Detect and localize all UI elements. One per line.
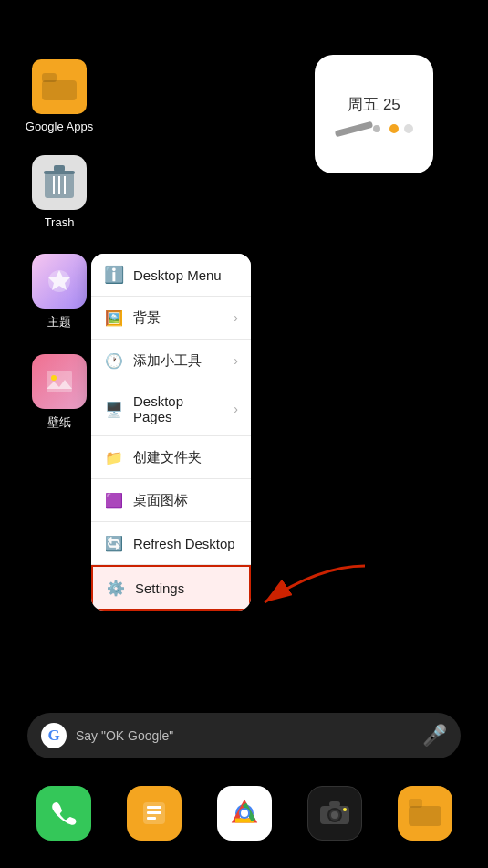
google-apps-label: Google Apps (26, 120, 93, 133)
menu-item-desktop-menu[interactable]: ℹ️ Desktop Menu (91, 254, 251, 297)
arrow-icon-add-widget: › (234, 353, 238, 368)
calendar-date: 周五 25 (348, 94, 400, 115)
menu-item-background[interactable]: 🖼️ 背景 › (91, 297, 251, 340)
arrow-annotation (155, 557, 374, 630)
wallpaper-icon-container[interactable]: 壁纸 (18, 354, 100, 431)
menu-label-desktop-icon: 桌面图标 (133, 492, 238, 509)
svg-rect-15 (147, 817, 156, 820)
dock (18, 777, 470, 850)
menu-item-desktop-pages[interactable]: 🖥️ Desktop Pages › (91, 382, 251, 436)
svg-rect-0 (42, 80, 77, 100)
menu-label-create-folder: 创建文件夹 (133, 449, 238, 466)
dock-marker-icon[interactable] (127, 786, 182, 841)
dock-phone-icon[interactable] (36, 786, 91, 841)
trash-label: Trash (45, 215, 75, 229)
svg-point-20 (241, 810, 248, 817)
google-logo: G (41, 723, 67, 748)
menu-item-desktop-icon[interactable]: 🟪 桌面图标 (91, 479, 251, 522)
google-apps-icon[interactable]: Google Apps (18, 59, 100, 133)
menu-item-create-folder[interactable]: 📁 创建文件夹 (91, 436, 251, 479)
dock-files-icon[interactable] (398, 786, 452, 841)
dock-chrome-icon[interactable] (217, 786, 272, 841)
svg-rect-4 (54, 165, 65, 172)
search-placeholder: Say "OK Google" (76, 728, 413, 743)
svg-rect-28 (409, 799, 422, 808)
menu-label-background: 背景 (133, 309, 224, 327)
dock-camera-icon[interactable] (307, 786, 362, 841)
menu-label-refresh: Refresh Desktop (133, 536, 238, 551)
svg-rect-27 (409, 806, 441, 826)
wallpaper-label: 壁纸 (47, 414, 71, 431)
menu-label-desktop-pages: Desktop Pages (133, 393, 224, 424)
svg-rect-25 (329, 801, 340, 807)
menu-label-add-widget: 添加小工具 (133, 352, 224, 370)
svg-point-26 (343, 808, 347, 811)
microphone-icon[interactable]: 🎤 (422, 724, 447, 748)
svg-point-24 (331, 811, 338, 819)
arrow-icon-desktop-pages: › (234, 402, 238, 416)
svg-rect-13 (147, 806, 161, 809)
theme-icon-container[interactable]: 主题 (18, 254, 100, 330)
calendar-visual (335, 122, 413, 135)
svg-rect-14 (147, 811, 161, 814)
trash-icon-container[interactable]: Trash (18, 155, 100, 229)
menu-item-add-widget[interactable]: 🕐 添加小工具 › (91, 340, 251, 382)
menu-label-desktop-menu: Desktop Menu (133, 267, 238, 283)
background-icon: 🖼️ (104, 308, 124, 328)
arrow-icon-background: › (234, 310, 238, 325)
desktop-icon-icon: 🟪 (104, 490, 124, 510)
search-bar[interactable]: G Say "OK Google" 🎤 (27, 713, 461, 758)
svg-rect-1 (42, 73, 57, 82)
clock-icon: 🕐 (104, 350, 124, 371)
pages-icon: 🖥️ (104, 399, 124, 419)
calendar-widget[interactable]: 周五 25 (315, 55, 433, 173)
svg-rect-9 (47, 371, 72, 392)
settings-icon: ⚙️ (106, 578, 126, 598)
folder-icon: 📁 (104, 447, 124, 467)
info-icon: ℹ️ (104, 265, 124, 285)
svg-point-10 (51, 375, 57, 381)
theme-label: 主题 (47, 314, 71, 330)
refresh-icon: 🔄 (104, 533, 124, 553)
